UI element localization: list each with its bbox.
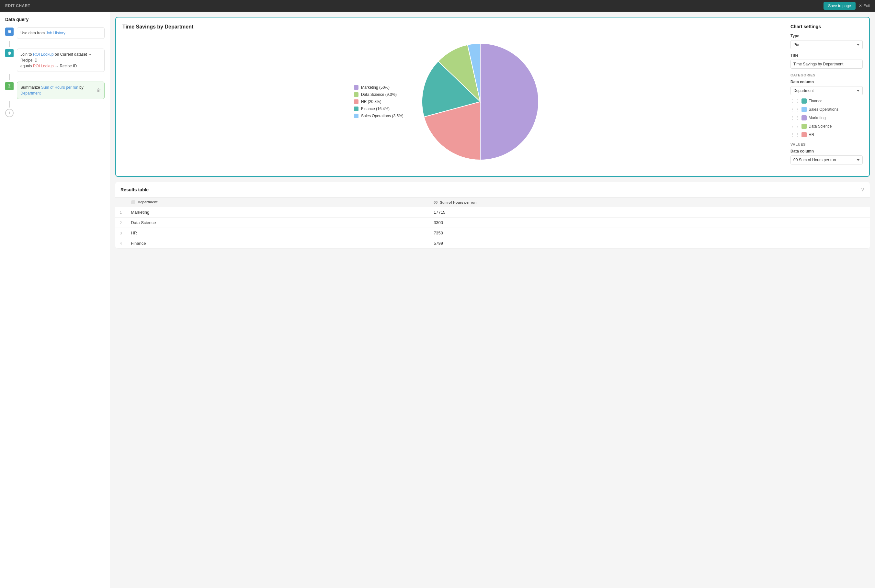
connector-2 — [9, 74, 10, 80]
category-item-marketing: ⋮⋮ Marketing — [791, 115, 863, 121]
values-column-select[interactable]: 00 Sum of Hours per run — [791, 155, 863, 165]
roi-lookup-link-2[interactable]: ROI Lookup — [33, 64, 54, 68]
pie-wrapper: Marketing (50%) Data Science (9.3%) HR (… — [122, 34, 780, 170]
drag-handle-salesops[interactable]: ⋮⋮ — [791, 107, 800, 112]
col-header-num — [115, 198, 126, 207]
legend-label-datascience: Data Science (9.3%) — [361, 92, 397, 97]
table-row: 4 Finance 5799 — [115, 238, 870, 249]
step-box-summarize: Summarize Sum of Hours per run by Depart… — [17, 82, 105, 99]
category-item-hr: ⋮⋮ HR — [791, 132, 863, 138]
step-icon-join: ⊕ — [5, 49, 14, 57]
row-num: 4 — [115, 238, 126, 249]
legend-label-salesops: Sales Operations (3.5%) — [361, 114, 404, 118]
pie-chart — [412, 34, 548, 170]
collapse-results-icon[interactable]: ∨ — [861, 186, 864, 193]
row-num: 2 — [115, 218, 126, 228]
delete-step-icon[interactable]: 🗑 — [96, 87, 101, 94]
row-department: Finance — [126, 238, 429, 249]
cat-color-finance — [801, 98, 807, 104]
chart-area: Time Savings by Department Marketing (50… — [122, 24, 780, 170]
col-header-department: ⬜ Department — [126, 198, 429, 207]
results-table: ⬜ Department 00 Sum of Hours per run 1 M… — [115, 198, 870, 249]
chart-layout: Time Savings by Department Marketing (50… — [122, 24, 863, 170]
results-panel: Results table ∨ ⬜ Department 00 Sum of H… — [115, 182, 870, 249]
department-link[interactable]: Department — [20, 91, 41, 96]
cat-label-hr: HR — [809, 132, 814, 137]
chart-legend: Marketing (50%) Data Science (9.3%) HR (… — [354, 85, 406, 118]
categories-data-column-label: Data column — [791, 80, 863, 84]
step-use-data: ⊞ Use data from Job History — [5, 27, 105, 39]
row-hours: 3300 — [429, 218, 870, 228]
exit-button[interactable]: ✕ Exit — [859, 3, 870, 8]
legend-dot-datascience — [354, 92, 359, 97]
cat-color-salesops — [801, 107, 807, 112]
connector-3 — [9, 101, 10, 108]
row-num: 1 — [115, 207, 126, 218]
settings-title: Chart settings — [791, 24, 863, 29]
roi-lookup-link-1[interactable]: ROI Lookup — [33, 52, 54, 57]
category-item-salesops: ⋮⋮ Sales Operations — [791, 106, 863, 112]
table-row: 1 Marketing 17715 — [115, 207, 870, 218]
legend-dot-hr — [354, 99, 359, 104]
drag-handle-marketing[interactable]: ⋮⋮ — [791, 115, 800, 120]
add-step-button[interactable]: + — [5, 109, 14, 117]
values-data-column-label: Data column — [791, 149, 863, 153]
settings-panel: Chart settings Type Pie Title CATEGORIES… — [785, 24, 863, 170]
hours-col-icon: 00 — [434, 200, 437, 204]
step-icon-use-data: ⊞ — [5, 27, 14, 36]
cat-color-marketing — [801, 115, 807, 120]
legend-label-hr: HR (20.8%) — [361, 99, 381, 104]
topbar: EDIT CHART Save to page ✕ Exit — [0, 0, 875, 12]
data-query-title: Data query — [5, 17, 105, 22]
main-layout: Data query ⊞ Use data from Job History ⊕… — [0, 12, 875, 588]
drag-handle-datascience[interactable]: ⋮⋮ — [791, 124, 800, 129]
row-hours: 17715 — [429, 207, 870, 218]
step-join: ⊕ Join to ROI Lookup on Current dataset … — [5, 49, 105, 72]
sum-hours-link[interactable]: Sum of Hours per run — [41, 85, 78, 90]
results-title: Results table — [120, 187, 149, 192]
table-row: 2 Data Science 3300 — [115, 218, 870, 228]
row-department: HR — [126, 228, 429, 238]
values-section-label: VALUES — [791, 142, 863, 146]
drag-handle-hr[interactable]: ⋮⋮ — [791, 132, 800, 137]
drag-handle-finance[interactable]: ⋮⋮ — [791, 98, 800, 104]
results-header: Results table ∨ — [115, 182, 870, 198]
use-data-prefix: Use data from — [20, 31, 46, 35]
job-history-link[interactable]: Job History — [46, 31, 65, 35]
category-item-datascience: ⋮⋮ Data Science — [791, 123, 863, 129]
type-select[interactable]: Pie — [791, 40, 863, 49]
department-col-icon: ⬜ — [131, 200, 135, 204]
title-input[interactable] — [791, 60, 863, 69]
pie-segment-marketing — [480, 44, 539, 160]
row-hours: 5799 — [429, 238, 870, 249]
legend-dot-marketing — [354, 85, 359, 90]
cat-label-finance: Finance — [809, 99, 822, 103]
cat-color-datascience — [801, 124, 807, 129]
cat-color-hr — [801, 132, 807, 137]
step-box-join: Join to ROI Lookup on Current dataset → … — [17, 49, 105, 72]
chart-panel: Time Savings by Department Marketing (50… — [115, 17, 870, 177]
legend-item-marketing: Marketing (50%) — [354, 85, 406, 90]
close-icon: ✕ — [859, 3, 862, 8]
save-to-page-button[interactable]: Save to page — [824, 2, 855, 10]
legend-item-finance: Finance (16.4%) — [354, 106, 406, 111]
type-label: Type — [791, 34, 863, 38]
row-department: Data Science — [126, 218, 429, 228]
legend-item-hr: HR (20.8%) — [354, 99, 406, 104]
cat-label-salesops: Sales Operations — [809, 107, 838, 112]
row-department: Marketing — [126, 207, 429, 218]
legend-item-datascience: Data Science (9.3%) — [354, 92, 406, 97]
categories-column-select[interactable]: Department — [791, 86, 863, 95]
step-icon-summarize: Σ — [5, 82, 14, 90]
legend-label-finance: Finance (16.4%) — [361, 106, 390, 111]
category-item-finance: ⋮⋮ Finance — [791, 98, 863, 104]
right-content: Time Savings by Department Marketing (50… — [110, 12, 875, 588]
legend-label-marketing: Marketing (50%) — [361, 85, 390, 90]
table-row: 3 HR 7350 — [115, 228, 870, 238]
category-list: ⋮⋮ Finance ⋮⋮ Sales Operations ⋮⋮ — [791, 98, 863, 138]
legend-dot-salesops — [354, 114, 359, 118]
legend-item-salesops: Sales Operations (3.5%) — [354, 114, 406, 118]
col-header-hours: 00 Sum of Hours per run — [429, 198, 870, 207]
cat-label-datascience: Data Science — [809, 124, 831, 129]
topbar-actions: Save to page ✕ Exit — [824, 2, 870, 10]
